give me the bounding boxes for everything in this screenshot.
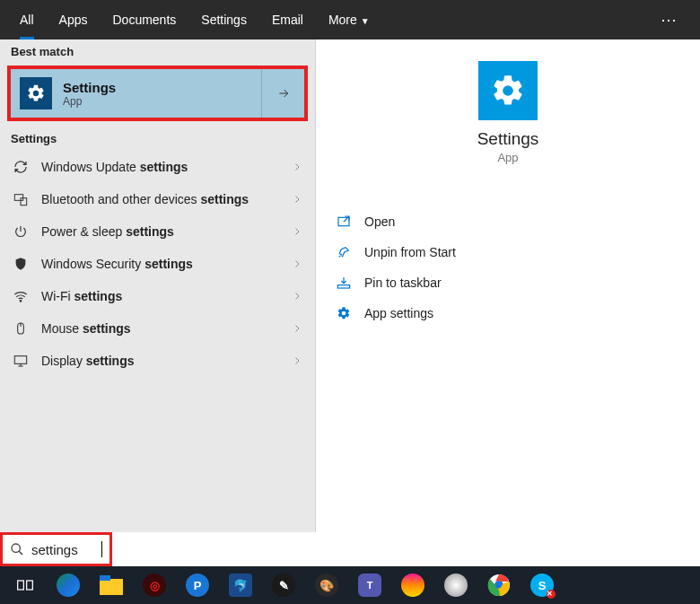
chevron-right-icon bbox=[292, 162, 302, 172]
action-gear[interactable]: App settings bbox=[332, 299, 684, 328]
taskbar-app-7[interactable]: ✎ bbox=[264, 569, 303, 601]
chevron-right-icon bbox=[292, 291, 302, 302]
taskbar-app-chrome[interactable] bbox=[479, 569, 519, 601]
chevron-right-icon bbox=[292, 323, 302, 334]
gear-icon bbox=[478, 61, 538, 120]
result-label: Power & sleep settings bbox=[41, 224, 279, 239]
taskbar-app-4[interactable]: ◎ bbox=[135, 569, 174, 601]
tab-more[interactable]: More▼ bbox=[316, 0, 382, 39]
best-match-header: Best match bbox=[0, 39, 315, 64]
svg-point-2 bbox=[20, 301, 22, 302]
chevron-right-icon bbox=[292, 194, 302, 205]
results-list: Best match Settings App Settings Windows… bbox=[0, 39, 316, 566]
action-pin-tb[interactable]: Pin to taskbar bbox=[332, 268, 684, 297]
best-match-result[interactable]: Settings App bbox=[7, 66, 308, 121]
taskbar-app-5[interactable]: P bbox=[178, 569, 217, 601]
result-label: Mouse settings bbox=[41, 321, 279, 336]
svg-rect-10 bbox=[100, 579, 123, 595]
svg-point-7 bbox=[12, 544, 20, 552]
tab-settings[interactable]: Settings bbox=[188, 0, 259, 39]
result-label: Wi-Fi settings bbox=[41, 289, 279, 303]
result-label: Windows Security settings bbox=[41, 257, 279, 271]
svg-rect-8 bbox=[18, 581, 24, 590]
tab-all[interactable]: All bbox=[7, 0, 47, 39]
open-icon bbox=[336, 214, 352, 230]
result-label: Windows Update settings bbox=[41, 160, 279, 174]
settings-section-header: Settings bbox=[0, 127, 315, 151]
wifi-icon bbox=[13, 288, 29, 304]
search-input[interactable] bbox=[31, 542, 94, 557]
action-label: App settings bbox=[364, 306, 433, 320]
search-results-panel: Best match Settings App Settings Windows… bbox=[0, 39, 700, 566]
settings-result-item[interactable]: Bluetooth and other devices settings bbox=[0, 183, 315, 215]
show-details-button[interactable] bbox=[261, 69, 304, 118]
refresh-icon bbox=[13, 159, 29, 175]
settings-result-item[interactable]: Windows Update settings bbox=[0, 151, 315, 183]
search-box[interactable] bbox=[0, 532, 112, 566]
taskbar-app-6[interactable]: 🐬 bbox=[221, 569, 260, 601]
gear-icon bbox=[20, 77, 52, 109]
unpin-icon bbox=[336, 244, 352, 260]
chevron-right-icon bbox=[292, 226, 302, 237]
chevron-down-icon: ▼ bbox=[361, 2, 370, 41]
svg-rect-4 bbox=[14, 356, 26, 364]
settings-result-item[interactable]: Wi-Fi settings bbox=[0, 280, 315, 312]
tab-documents[interactable]: Documents bbox=[100, 0, 188, 39]
action-open[interactable]: Open bbox=[332, 207, 684, 236]
devices-icon bbox=[13, 191, 29, 207]
action-label: Unpin from Start bbox=[364, 245, 456, 259]
pin-tb-icon bbox=[336, 275, 352, 291]
tab-email[interactable]: Email bbox=[259, 0, 316, 39]
search-icon bbox=[10, 542, 24, 556]
action-label: Open bbox=[364, 214, 395, 229]
chevron-right-icon bbox=[292, 258, 302, 269]
settings-result-item[interactable]: Power & sleep settings bbox=[0, 215, 315, 248]
taskbar-app-paint[interactable]: 🎨 bbox=[307, 569, 346, 601]
taskbar-app-skype[interactable]: S✕ bbox=[522, 569, 562, 601]
taskbar-app-10[interactable] bbox=[393, 569, 433, 601]
text-cursor bbox=[101, 541, 102, 557]
display-icon bbox=[13, 353, 29, 369]
chevron-right-icon bbox=[292, 355, 302, 366]
search-tabs-bar: All Apps Documents Settings Email More▼ … bbox=[0, 0, 700, 39]
taskbar-app-11[interactable] bbox=[436, 569, 476, 601]
svg-rect-0 bbox=[14, 195, 22, 201]
tab-apps[interactable]: Apps bbox=[47, 0, 101, 39]
best-match-title: Settings bbox=[63, 80, 116, 95]
best-match-subtitle: App bbox=[63, 95, 116, 108]
svg-rect-9 bbox=[27, 581, 33, 590]
preview-pane: Settings App OpenUnpin from StartPin to … bbox=[316, 39, 700, 566]
result-label: Display settings bbox=[41, 354, 279, 368]
taskbar-app-edge[interactable] bbox=[48, 569, 88, 601]
svg-rect-6 bbox=[337, 285, 349, 288]
gear-icon bbox=[336, 305, 352, 321]
preview-title: Settings bbox=[332, 129, 684, 149]
preview-subtitle: App bbox=[332, 151, 684, 164]
shield-icon bbox=[13, 256, 29, 272]
result-label: Bluetooth and other devices settings bbox=[41, 192, 279, 206]
overflow-menu-icon[interactable]: ⋯ bbox=[646, 10, 693, 30]
action-unpin[interactable]: Unpin from Start bbox=[332, 238, 684, 267]
power-icon bbox=[13, 223, 29, 240]
taskbar-app-explorer[interactable] bbox=[92, 569, 131, 601]
settings-result-item[interactable]: Windows Security settings bbox=[0, 248, 315, 280]
settings-result-item[interactable]: Display settings bbox=[0, 345, 315, 377]
taskbar-app-teams[interactable]: T bbox=[350, 569, 389, 601]
action-label: Pin to taskbar bbox=[364, 276, 442, 290]
settings-result-item[interactable]: Mouse settings bbox=[0, 312, 315, 345]
taskbar: ◎ P 🐬 ✎ 🎨 T S✕ bbox=[0, 566, 700, 604]
mouse-icon bbox=[13, 320, 29, 337]
svg-rect-1 bbox=[21, 198, 27, 206]
svg-rect-11 bbox=[100, 575, 110, 581]
task-view-button[interactable] bbox=[5, 569, 45, 601]
search-box-row bbox=[0, 532, 664, 566]
